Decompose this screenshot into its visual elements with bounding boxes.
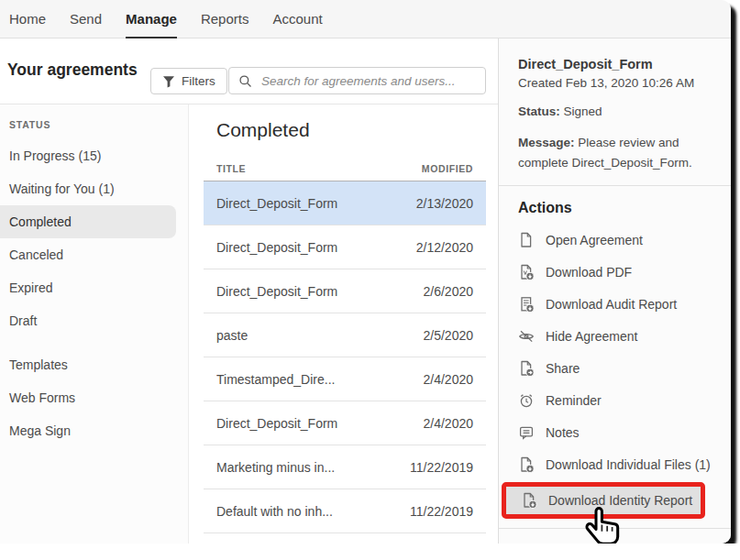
- agreement-details-panel: Direct_Deposit_Form Created Feb 13, 2020…: [498, 38, 731, 544]
- action-open-agreement[interactable]: Open Agreement: [518, 224, 716, 256]
- nav-item-account[interactable]: Account: [272, 0, 322, 38]
- download-pdf-icon: [518, 264, 535, 280]
- status-label: Status:: [518, 104, 560, 118]
- filters-button-label: Filters: [182, 74, 215, 88]
- sidebar-item-web-forms[interactable]: Web Forms: [0, 381, 176, 414]
- sidebar-item-templates[interactable]: Templates: [0, 348, 176, 381]
- nav-item-reports[interactable]: Reports: [201, 0, 249, 38]
- sidebar-item-in-progress-15[interactable]: In Progress (15): [0, 139, 176, 172]
- action-label: Download Audit Report: [546, 297, 677, 312]
- agreement-row[interactable]: paste2/5/2020: [204, 313, 486, 357]
- actions-bottom-divider: [499, 528, 731, 529]
- status-sidebar: STATUS In Progress (15)Waiting for You (…: [0, 104, 189, 544]
- agreement-modified-date: 2/5/2020: [424, 328, 474, 343]
- agreement-title: Direct_Deposit_Form: [216, 416, 337, 431]
- agreement-modified-date: 11/22/2019: [410, 460, 473, 475]
- action-label: Open Agreement: [546, 233, 643, 247]
- sidebar-item-draft[interactable]: Draft: [0, 304, 176, 337]
- action-label: Download Individual Files (1): [546, 457, 711, 472]
- share-icon: [518, 360, 535, 377]
- agreement-title: Direct_Deposit_Form: [216, 240, 337, 255]
- details-divider: [499, 185, 731, 186]
- agreement-title: Timestamped_Dire...: [216, 372, 335, 387]
- notes-icon: [518, 424, 535, 441]
- agreement-row[interactable]: Direct_Deposit_Form2/13/2020: [204, 181, 486, 225]
- status-value: Signed: [564, 104, 602, 118]
- download-file-icon: [521, 492, 537, 509]
- action-label: Reminder: [546, 393, 602, 408]
- agreement-title: paste: [216, 328, 248, 343]
- sidebar-group-gap: [0, 337, 188, 348]
- search-box: [228, 67, 486, 94]
- hide-eye-icon: [518, 328, 535, 345]
- detail-created: Created Feb 13, 2020 10:26 AM: [518, 76, 716, 90]
- sidebar-item-waiting-for-you-1[interactable]: Waiting for You (1): [0, 172, 176, 205]
- column-modified: MODIFIED: [422, 163, 473, 174]
- agreement-row[interactable]: Direct_Deposit_Form2/6/2020: [204, 269, 486, 313]
- agreements-toolbar: Your agreements Filters: [0, 38, 498, 104]
- download-file-icon: [518, 456, 535, 473]
- page-title: Your agreements: [7, 60, 138, 80]
- agreement-modified-date: 2/4/2020: [424, 372, 474, 387]
- agreement-modified-date: 2/12/2020: [416, 240, 473, 255]
- agreement-modified-date: 2/4/2020: [424, 416, 474, 431]
- action-label: Share: [546, 361, 580, 376]
- agreement-list: Completed TITLE MODIFIED Direct_Deposit_…: [189, 104, 498, 544]
- nav-item-send[interactable]: Send: [70, 0, 102, 38]
- sidebar-item-canceled[interactable]: Canceled: [0, 238, 176, 271]
- detail-title: Direct_Deposit_Form: [518, 57, 716, 71]
- agreement-title: Default with no inh...: [216, 504, 333, 519]
- action-label: Hide Agreement: [546, 329, 637, 344]
- filters-button[interactable]: Filters: [150, 68, 227, 94]
- agreement-title: Marketing minus in...: [216, 460, 335, 475]
- list-heading: Completed: [216, 119, 498, 141]
- document-icon: [518, 232, 535, 248]
- agreement-row[interactable]: Direct_Deposit_Form2/12/2020: [204, 225, 486, 269]
- action-hide-agreement[interactable]: Hide Agreement: [518, 320, 716, 352]
- column-title: TITLE: [216, 163, 246, 174]
- agreement-row[interactable]: Timestamped_Dire...2/4/2020: [204, 357, 486, 401]
- top-nav: HomeSendManageReportsAccount: [0, 0, 731, 38]
- action-share[interactable]: Share: [518, 352, 716, 384]
- agreement-modified-date: 2/6/2020: [424, 284, 474, 299]
- search-input[interactable]: [260, 73, 485, 89]
- agreement-row[interactable]: Default with no inh...11/22/2019: [204, 489, 486, 533]
- sidebar-item-mega-sign[interactable]: Mega Sign: [0, 414, 176, 447]
- reminder-clock-icon: [518, 392, 535, 409]
- action-download-identity-report[interactable]: Download Identity Report: [502, 482, 705, 519]
- action-download-pdf[interactable]: Download PDF: [518, 256, 716, 288]
- action-download-audit-report[interactable]: Download Audit Report: [518, 288, 716, 320]
- action-notes[interactable]: Notes: [518, 416, 716, 448]
- action-download-individual-files-1[interactable]: Download Individual Files (1): [518, 448, 716, 480]
- actions-heading: Actions: [518, 200, 716, 216]
- agreement-row[interactable]: Marketing minus in...11/22/2019: [204, 445, 486, 489]
- app-window: HomeSendManageReportsAccount Your agreem…: [0, 0, 731, 544]
- detail-status: Status: Signed: [518, 104, 716, 118]
- nav-item-manage[interactable]: Manage: [126, 0, 177, 38]
- list-column-headers: TITLE MODIFIED: [204, 163, 486, 181]
- download-report-icon: [518, 296, 535, 313]
- agreement-modified-date: 2/13/2020: [416, 196, 473, 211]
- agreement-title: Direct_Deposit_Form: [216, 284, 337, 299]
- action-label: Download Identity Report: [548, 493, 692, 508]
- sidebar-item-completed[interactable]: Completed: [0, 205, 176, 238]
- action-label: Notes: [546, 425, 580, 440]
- filter-funnel-icon: [162, 75, 175, 88]
- detail-message: Message: Please review and complete Dire…: [518, 133, 716, 172]
- search-icon: [238, 74, 252, 88]
- status-section-label: STATUS: [9, 119, 188, 130]
- agreement-title: Direct_Deposit_Form: [216, 196, 337, 211]
- message-label: Message:: [518, 136, 575, 149]
- sidebar-item-expired[interactable]: Expired: [0, 271, 176, 304]
- action-label: Download PDF: [546, 265, 632, 280]
- nav-item-home[interactable]: Home: [9, 0, 46, 38]
- action-reminder[interactable]: Reminder: [518, 384, 716, 416]
- agreement-row[interactable]: Direct_Deposit_Form2/4/2020: [204, 401, 486, 445]
- agreement-modified-date: 11/22/2019: [410, 504, 473, 519]
